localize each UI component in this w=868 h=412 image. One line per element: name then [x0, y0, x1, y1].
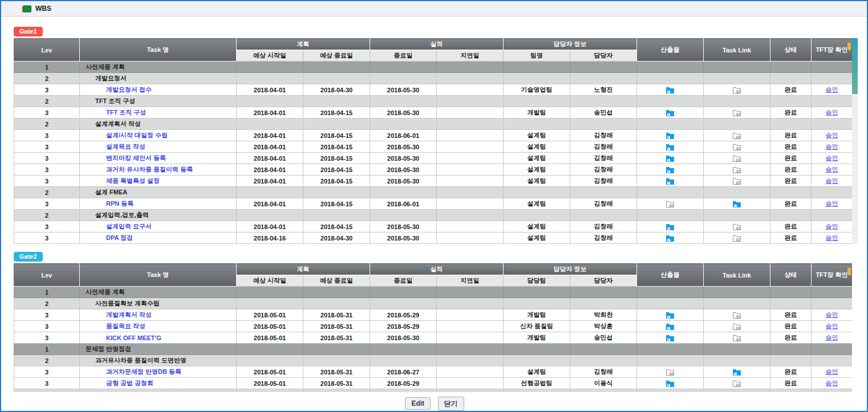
folder-filled-icon[interactable] [666, 223, 675, 231]
task-link-cell[interactable] [704, 321, 770, 332]
task-link-cell[interactable] [704, 221, 770, 232]
task-cell[interactable]: 과거차 유사차종 품질이력 등록 [80, 164, 237, 176]
tft-confirm-cell[interactable]: 승인 [812, 84, 853, 96]
approve-link[interactable]: 승인 [826, 234, 838, 241]
approve-link[interactable]: 승인 [826, 311, 838, 318]
task-link-cell[interactable] [704, 378, 770, 389]
task-name-link[interactable]: DPA 점검 [106, 234, 133, 241]
folder-filled-icon[interactable] [666, 334, 675, 342]
task-name-link[interactable]: 벤치마킹 제안서 등록 [106, 154, 166, 161]
task-link-cell[interactable] [704, 198, 770, 210]
task-cell[interactable]: 설계입력 요구서 [80, 221, 237, 232]
folder-outline-icon[interactable] [732, 234, 741, 242]
folder-filled-icon[interactable] [732, 368, 741, 376]
approve-link[interactable]: 승인 [826, 368, 838, 375]
folder-outline-icon[interactable] [732, 154, 741, 162]
task-name-link[interactable]: 제품 특별특성 설정 [106, 177, 160, 184]
task-cell[interactable]: 개발계획서 작성 [80, 309, 237, 321]
task-cell[interactable]: 개발요청서 접수 [80, 84, 237, 96]
approve-link[interactable]: 승인 [826, 380, 838, 386]
tft-confirm-cell[interactable]: 승인 [812, 176, 853, 187]
tft-confirm-cell[interactable]: 승인 [812, 321, 853, 332]
tft-confirm-cell[interactable]: 승인 [812, 130, 853, 141]
task-name-link[interactable]: 설계입력 요구서 [106, 223, 152, 230]
deliverable-cell[interactable] [637, 153, 704, 164]
folder-filled-icon[interactable] [666, 109, 675, 117]
folder-outline-icon[interactable] [732, 86, 741, 94]
deliverable-cell[interactable] [637, 164, 704, 176]
approve-link[interactable]: 승인 [826, 166, 838, 173]
approve-link[interactable]: 승인 [826, 143, 838, 150]
folder-filled-icon[interactable] [666, 154, 675, 162]
folder-filled-icon[interactable] [666, 177, 675, 185]
tft-confirm-cell[interactable]: 승인 [812, 107, 853, 119]
folder-outline-icon[interactable] [732, 334, 741, 342]
folder-outline-icon[interactable] [732, 323, 741, 331]
approve-link[interactable]: 승인 [826, 132, 838, 138]
gate1-scrollbar-thumb[interactable] [852, 38, 858, 94]
folder-outline-icon[interactable] [732, 143, 741, 151]
task-link-cell[interactable] [704, 366, 770, 378]
approve-link[interactable]: 승인 [826, 223, 838, 230]
folder-filled-icon[interactable] [666, 380, 675, 387]
task-name-link[interactable]: 설계/시작 대일정 수립 [106, 132, 168, 138]
task-name-link[interactable]: 설계목표 작성 [106, 143, 145, 150]
task-name-link[interactable]: TFT 조직 구성 [106, 109, 146, 116]
task-link-cell[interactable] [704, 84, 770, 96]
tft-confirm-cell[interactable]: 승인 [812, 164, 853, 176]
folder-outline-icon[interactable] [732, 177, 741, 185]
deliverable-cell[interactable] [637, 309, 704, 321]
task-link-cell[interactable] [704, 176, 770, 187]
task-name-link[interactable]: 품질목표 작성 [106, 323, 145, 329]
folder-outline-icon[interactable] [732, 380, 741, 387]
task-link-cell[interactable] [704, 107, 770, 119]
task-cell[interactable]: KICK OFF MEET'G [80, 332, 237, 344]
folder-outline-icon[interactable] [666, 200, 675, 208]
task-link-cell[interactable] [704, 164, 770, 176]
task-cell[interactable]: 금형 공법 공청회 [80, 378, 237, 389]
task-name-link[interactable]: 개발요청서 접수 [106, 86, 152, 93]
close-button[interactable]: 닫기 [438, 397, 464, 411]
deliverable-cell[interactable] [637, 198, 704, 210]
task-cell[interactable]: 설계/시작 대일정 수립 [80, 130, 237, 141]
deliverable-cell[interactable] [637, 176, 704, 187]
task-link-cell[interactable] [704, 130, 770, 141]
task-name-link[interactable]: 개발계획서 작성 [106, 311, 152, 318]
task-name-link[interactable]: KICK OFF MEET'G [106, 335, 161, 341]
deliverable-cell[interactable] [637, 366, 704, 378]
tft-confirm-cell[interactable]: 승인 [812, 198, 853, 210]
task-link-cell[interactable] [704, 141, 770, 153]
task-cell[interactable]: 과거차문제점 반영DB 등록 [80, 366, 237, 378]
task-cell[interactable]: TFT 조직 구성 [80, 107, 237, 119]
edit-button[interactable]: Edit [405, 397, 431, 410]
folder-outline-icon[interactable] [732, 311, 741, 319]
folder-filled-icon[interactable] [666, 86, 675, 94]
deliverable-cell[interactable] [637, 130, 704, 141]
tft-confirm-cell[interactable]: 승인 [812, 332, 853, 344]
approve-link[interactable]: 승인 [826, 334, 838, 341]
task-name-link[interactable]: 과거차 유사차종 품질이력 등록 [106, 166, 193, 173]
folder-outline-icon[interactable] [732, 166, 741, 174]
folder-filled-icon[interactable] [732, 200, 741, 208]
tft-confirm-cell[interactable]: 승인 [812, 232, 853, 244]
task-cell[interactable]: 벤치마킹 제안서 등록 [80, 153, 237, 164]
folder-filled-icon[interactable] [666, 132, 675, 140]
approve-link[interactable]: 승인 [826, 177, 838, 184]
folder-filled-icon[interactable] [666, 166, 675, 174]
approve-link[interactable]: 승인 [826, 323, 838, 329]
task-link-cell[interactable] [704, 332, 770, 344]
folder-filled-icon[interactable] [666, 143, 675, 151]
approve-link[interactable]: 승인 [826, 86, 838, 93]
task-link-cell[interactable] [704, 153, 770, 164]
deliverable-cell[interactable] [637, 107, 704, 119]
deliverable-cell[interactable] [637, 84, 704, 96]
tft-confirm-cell[interactable]: 승인 [812, 366, 853, 378]
folder-filled-icon[interactable] [666, 323, 675, 331]
task-name-link[interactable]: 금형 공법 공청회 [106, 380, 153, 386]
task-name-link[interactable]: 과거차문제점 반영DB 등록 [106, 368, 181, 375]
task-cell[interactable]: DPA 점검 [80, 232, 237, 244]
deliverable-cell[interactable] [637, 321, 704, 332]
approve-link[interactable]: 승인 [826, 109, 838, 116]
task-cell[interactable]: 설계목표 작성 [80, 141, 237, 153]
task-link-cell[interactable] [704, 232, 770, 244]
